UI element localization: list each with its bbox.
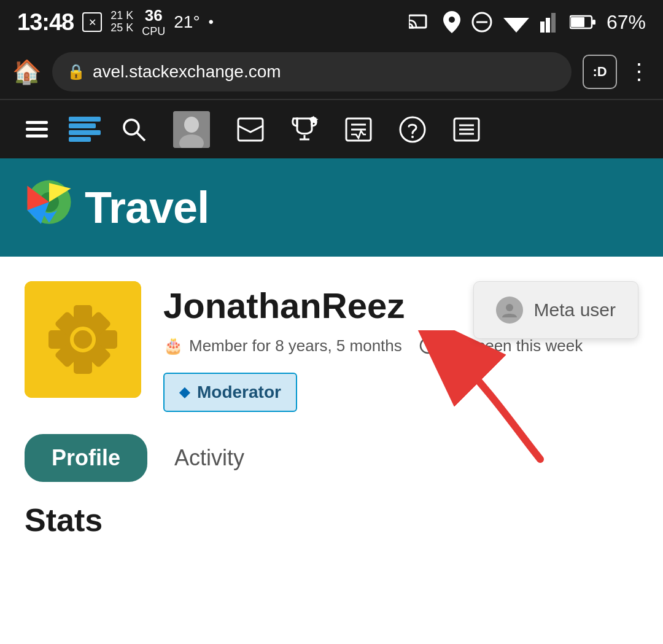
cpu-stats: 21 K 25 K — [110, 10, 133, 34]
svg-point-39 — [74, 331, 91, 348]
help-button[interactable] — [386, 100, 440, 158]
status-left: 13:48 ✕ 21 K 25 K 36 CPU 21° • — [17, 6, 214, 38]
site-header: Travel — [0, 158, 663, 257]
travel-logo[interactable]: Travel — [25, 180, 209, 235]
svg-point-2 — [449, 17, 455, 23]
svg-rect-8 — [551, 13, 556, 33]
wifi-icon — [503, 12, 529, 33]
trophy-icon: ★ — [291, 116, 318, 143]
moderator-label: Moderator — [197, 382, 281, 402]
help-icon — [399, 116, 426, 143]
cake-icon: 🎂 — [163, 336, 183, 355]
cpu-label: 36 CPU — [142, 6, 165, 38]
more-button[interactable] — [440, 100, 494, 158]
stack-logo-icon — [69, 117, 101, 142]
browser-menu-icon[interactable]: ⋮ — [628, 59, 651, 85]
svg-point-12 — [124, 120, 139, 134]
profile-section: JonathanReez 🎂 Member for 8 years, 5 mon… — [0, 257, 663, 482]
battery-icon — [570, 14, 595, 30]
devtools-label: :D — [592, 64, 607, 80]
review-button[interactable] — [332, 100, 386, 158]
moderator-badge[interactable]: ◆ Moderator — [163, 373, 297, 412]
search-icon — [122, 117, 146, 142]
avatar — [173, 111, 210, 148]
meta-user-popup[interactable]: Meta user — [473, 281, 638, 339]
inbox-icon — [237, 117, 264, 142]
svg-line-13 — [137, 133, 145, 141]
site-title: Travel — [85, 182, 209, 233]
status-time: 13:48 — [17, 9, 74, 36]
more-icon — [453, 117, 480, 142]
review-icon — [345, 117, 372, 142]
tabs-container: Profile Activity — [25, 434, 638, 482]
minus-circle-icon — [471, 12, 492, 33]
temperature: 21° — [174, 12, 200, 32]
user-avatar — [25, 281, 141, 398]
svg-point-26 — [411, 136, 414, 138]
travel-pin-icon — [25, 180, 74, 235]
meta-user-label: Meta user — [534, 300, 616, 320]
url-text: avel.stackexchange.com — [93, 62, 281, 82]
person-icon — [501, 301, 518, 319]
svg-marker-5 — [503, 18, 529, 33]
site-toolbar: ★ — [0, 99, 663, 158]
svg-rect-6 — [540, 21, 545, 33]
last-seen: Last seen this week — [419, 336, 583, 355]
avatar-image — [173, 111, 210, 148]
status-bar: 13:48 ✕ 21 K 25 K 36 CPU 21° • — [0, 0, 663, 44]
svg-point-41 — [506, 304, 513, 311]
avatar-pattern — [25, 281, 141, 398]
location-icon — [443, 11, 460, 33]
svg-rect-7 — [546, 18, 550, 33]
tab-profile[interactable]: Profile — [25, 434, 147, 482]
status-right: 67% — [409, 11, 646, 34]
hamburger-icon — [26, 121, 48, 138]
signal-icon — [540, 12, 559, 33]
stack-exchange-logo[interactable] — [61, 100, 108, 158]
home-icon[interactable]: 🏠 — [12, 58, 41, 85]
user-meta: 🎂 Member for 8 years, 5 months Last seen… — [163, 336, 638, 412]
meta-user-icon — [496, 297, 523, 324]
clock-icon — [419, 337, 436, 354]
browser-bar: 🏠 🔒 avel.stackexchange.com :D ⋮ — [0, 44, 663, 99]
svg-rect-11 — [592, 20, 595, 25]
achievements-button[interactable]: ★ — [277, 100, 332, 158]
user-info: JonathanReez 🎂 Member for 8 years, 5 mon… — [25, 281, 638, 412]
devtools-icon[interactable]: :D — [583, 55, 617, 89]
cast-icon — [409, 13, 432, 31]
url-bar[interactable]: 🔒 avel.stackexchange.com — [52, 52, 572, 91]
user-avatar-button[interactable] — [160, 100, 223, 158]
member-since: 🎂 Member for 8 years, 5 months — [163, 336, 402, 355]
diamond-icon: ◆ — [179, 384, 190, 400]
svg-rect-10 — [571, 17, 584, 27]
battery-percent: 67% — [607, 11, 646, 34]
shield-icon: ✕ — [82, 12, 102, 32]
svg-point-15 — [184, 117, 199, 133]
stats-title: Stats — [25, 502, 638, 538]
svg-rect-17 — [238, 118, 263, 141]
svg-text:★: ★ — [311, 118, 316, 123]
stats-section: Stats — [0, 502, 663, 575]
lock-icon: 🔒 — [67, 63, 85, 80]
hamburger-menu[interactable] — [12, 100, 61, 158]
inbox-button[interactable] — [223, 100, 277, 158]
status-dot: • — [209, 14, 214, 31]
search-button[interactable] — [108, 100, 160, 158]
tab-activity[interactable]: Activity — [147, 434, 271, 482]
